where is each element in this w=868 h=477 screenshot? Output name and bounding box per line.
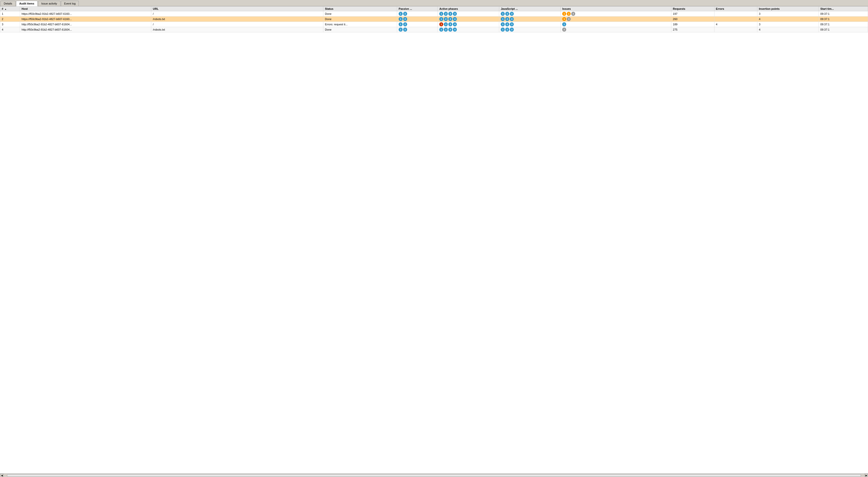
badge-blue: 3 [510,28,514,32]
cell-insertion: 3 [757,11,819,17]
badge-blue: 3 [510,17,514,21]
cell-js: 123 [499,22,561,27]
scrollbar-area[interactable]: ◀ ▶ [0,474,868,475]
badge-blue: 2 [444,12,448,16]
cell-active: 1234 [438,17,499,22]
cell-url: /robots.txt [151,27,323,32]
badge-red: 1 [439,22,443,26]
cell-issues: 2 [561,27,671,32]
cell-errors [714,17,757,22]
cell-insertion: 4 [757,17,819,22]
badge-orange: 1 [562,12,566,16]
cell-insertion: 3 [757,22,819,27]
col-header-requests: Requests [671,6,714,11]
scrollbar-track[interactable] [7,474,861,476]
cell-start: 09:37:1 [818,22,868,27]
badge-blue: 4 [453,12,457,16]
col-header-host: Host [20,6,151,11]
cell-js: 123 [499,27,561,32]
badge-blue: 2 [505,22,509,26]
cell-issues: 13 [561,17,671,22]
cell-issues: 1 [561,22,671,27]
cell-status: Done [323,11,397,17]
cell-requests: 260 [671,17,714,22]
cell-insertion: 4 [757,27,819,32]
cell-passive: 12 [397,27,438,32]
badge-blue: 1 [439,28,443,32]
cell-active: 1234 [438,27,499,32]
badge-blue: 2 [444,28,448,32]
col-header-issues: Issues [561,6,671,11]
badge-blue: 3 [510,12,514,16]
cell-active: 1234 [438,22,499,27]
cell-js: 123 [499,11,561,17]
tabs-bar: DetailsAudit itemsIssue activityEvent lo… [0,0,868,6]
tab-details[interactable]: Details [0,1,16,6]
badge-blue: 4 [453,28,457,32]
table-container: # ▲HostURLStatusPassive ...Active phases… [0,6,868,475]
table-row[interactable]: 3http://f50c9ba2-91b2-4827-b607-61604...… [0,22,868,27]
badge-orange: 1 [567,12,571,16]
col-header-passive: Passive ... [397,6,438,11]
badge-gray: 2 [562,28,566,32]
table-row[interactable]: 2https://f50c9ba2-91b2-4827-b607-6160...… [0,17,868,22]
col-header-start: Start tim... [818,6,868,11]
badge-blue: 1 [501,22,505,26]
badge-blue: 1 [439,17,443,21]
badge-blue: 3 [448,22,452,26]
cell-errors [714,11,757,17]
cell-url: / [151,22,323,27]
cell-status: Done [323,27,397,32]
tab-event-log[interactable]: Event log [61,1,79,6]
scroll-right-arrow[interactable]: ▶ [865,474,868,476]
badge-blue: 1 [399,17,403,21]
badge-blue: 2 [444,17,448,21]
badge-blue: 1 [399,28,403,32]
tab-audit-items[interactable]: Audit items [16,1,38,6]
badge-blue: 3 [510,22,514,26]
badge-blue: 1 [562,22,566,26]
table-row[interactable]: 1https://f50c9ba2-91b2-4827-b607-6160...… [0,11,868,17]
badge-blue: 2 [403,22,407,26]
badge-blue: 1 [501,28,505,32]
cell-passive: 12 [397,11,438,17]
cell-requests: 197 [671,11,714,17]
tab-issue-activity[interactable]: Issue activity [38,1,60,6]
cell-num: 2 [0,17,20,22]
cell-url: / [151,11,323,17]
cell-start: 09:37:1 [818,27,868,32]
sort-arrow-num: ▲ [4,8,6,10]
cell-host: http://f50c9ba2-91b2-4827-b607-61604... [20,22,151,27]
col-header-active: Active phases [438,6,499,11]
cell-requests: 189 [671,22,714,27]
col-header-num[interactable]: # ▲ [0,6,20,11]
cell-status: Done [323,17,397,22]
badge-gray: 3 [567,17,571,21]
audit-table: # ▲HostURLStatusPassive ...Active phases… [0,6,868,32]
cell-start: 09:37:1 [818,17,868,22]
col-header-insertion: Insertion points [757,6,819,11]
badge-blue: 1 [501,17,505,21]
cell-num: 4 [0,27,20,32]
cell-errors [714,27,757,32]
badge-gray: 2 [571,12,575,16]
badge-blue: 1 [439,12,443,16]
cell-host: https://f50c9ba2-91b2-4827-b607-6160... [20,17,151,22]
badge-blue: 2 [403,17,407,21]
badge-blue: 4 [453,17,457,21]
cell-url: /robots.txt [151,17,323,22]
col-header-status: Status [323,6,397,11]
scroll-left-arrow[interactable]: ◀ [0,474,3,476]
badge-orange: 1 [562,17,566,21]
col-header-js: JavaScript ... [499,6,561,11]
cell-num: 3 [0,22,20,27]
badge-blue: 2 [505,28,509,32]
badge-blue: 3 [448,12,452,16]
badge-blue: 3 [448,28,452,32]
col-header-errors: Errors [714,6,757,11]
badge-blue: 1 [501,12,505,16]
cell-passive: 12 [397,17,438,22]
cell-host: http://f50c9ba2-91b2-4827-b607-61604... [20,27,151,32]
badge-blue: 2 [403,28,407,32]
table-row[interactable]: 4http://f50c9ba2-91b2-4827-b607-61604...… [0,27,868,32]
